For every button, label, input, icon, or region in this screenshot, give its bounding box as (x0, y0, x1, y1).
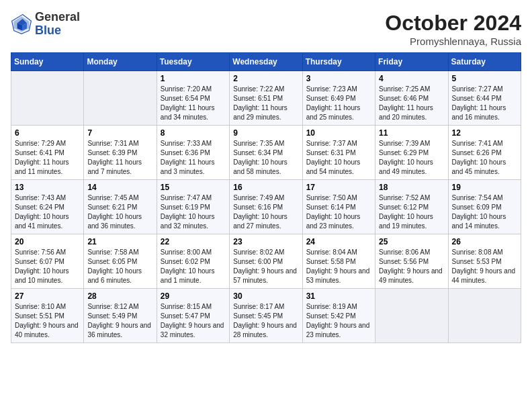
day-number: 26 (452, 237, 517, 246)
day-info: Sunrise: 8:15 AMSunset: 5:47 PMDaylight:… (161, 302, 226, 340)
day-number: 18 (379, 183, 444, 192)
weekday-header-thursday: Thursday (302, 53, 375, 71)
day-number: 17 (306, 183, 371, 192)
page-header: General Blue October 2024 Promyshlennaya… (11, 11, 521, 47)
day-number: 3 (306, 74, 371, 83)
calendar-cell: 25Sunrise: 8:06 AMSunset: 5:56 PMDayligh… (375, 234, 448, 289)
day-info: Sunrise: 7:35 AMSunset: 6:34 PMDaylight:… (233, 139, 298, 177)
calendar-cell: 27Sunrise: 8:10 AMSunset: 5:51 PMDayligh… (11, 289, 84, 343)
day-info: Sunrise: 7:47 AMSunset: 6:19 PMDaylight:… (161, 193, 226, 231)
calendar-cell: 13Sunrise: 7:43 AMSunset: 6:24 PMDayligh… (11, 180, 84, 234)
weekday-header-friday: Friday (375, 53, 448, 71)
calendar-cell: 10Sunrise: 7:37 AMSunset: 6:31 PMDayligh… (302, 126, 375, 180)
day-number: 31 (306, 291, 371, 301)
calendar-cell: 18Sunrise: 7:52 AMSunset: 6:12 PMDayligh… (375, 180, 448, 234)
day-number: 15 (161, 183, 226, 192)
calendar-cell: 11Sunrise: 7:39 AMSunset: 6:29 PMDayligh… (375, 126, 448, 180)
calendar-cell: 9Sunrise: 7:35 AMSunset: 6:34 PMDaylight… (230, 126, 302, 180)
day-number: 21 (87, 237, 152, 246)
calendar-cell: 5Sunrise: 7:27 AMSunset: 6:44 PMDaylight… (448, 71, 521, 126)
logo-general: General (35, 10, 80, 24)
calendar-cell: 3Sunrise: 7:23 AMSunset: 6:49 PMDaylight… (302, 71, 375, 126)
calendar-week-3: 13Sunrise: 7:43 AMSunset: 6:24 PMDayligh… (11, 180, 521, 234)
logo-text: General Blue (35, 11, 80, 38)
day-number: 28 (87, 291, 152, 301)
day-number: 30 (233, 291, 298, 301)
calendar-cell: 4Sunrise: 7:25 AMSunset: 6:46 PMDaylight… (375, 71, 448, 126)
day-info: Sunrise: 7:23 AMSunset: 6:49 PMDaylight:… (306, 85, 371, 122)
day-number: 1 (161, 74, 226, 83)
weekday-header-monday: Monday (84, 53, 157, 71)
weekday-header-tuesday: Tuesday (157, 53, 229, 71)
day-number: 9 (233, 128, 298, 138)
day-number: 4 (379, 74, 444, 83)
weekday-header-saturday: Saturday (448, 53, 521, 71)
day-number: 5 (452, 74, 517, 83)
calendar-cell: 23Sunrise: 8:02 AMSunset: 6:00 PMDayligh… (230, 234, 302, 289)
logo-blue: Blue (35, 24, 61, 37)
calendar-cell: 1Sunrise: 7:20 AMSunset: 6:54 PMDaylight… (157, 71, 229, 126)
calendar-cell: 22Sunrise: 8:00 AMSunset: 6:02 PMDayligh… (157, 234, 229, 289)
day-info: Sunrise: 7:52 AMSunset: 6:12 PMDaylight:… (379, 193, 444, 231)
calendar-cell: 17Sunrise: 7:50 AMSunset: 6:14 PMDayligh… (302, 180, 375, 234)
calendar-cell (11, 71, 84, 126)
calendar-week-4: 20Sunrise: 7:56 AMSunset: 6:07 PMDayligh… (11, 234, 521, 289)
day-number: 13 (15, 183, 80, 192)
day-info: Sunrise: 7:45 AMSunset: 6:21 PMDaylight:… (87, 193, 152, 231)
day-number: 16 (233, 183, 298, 192)
day-number: 12 (452, 128, 517, 138)
calendar-table: SundayMondayTuesdayWednesdayThursdayFrid… (11, 52, 521, 343)
day-info: Sunrise: 7:33 AMSunset: 6:36 PMDaylight:… (161, 139, 226, 177)
day-number: 6 (15, 128, 80, 138)
day-info: Sunrise: 7:27 AMSunset: 6:44 PMDaylight:… (452, 85, 517, 122)
calendar-header: SundayMondayTuesdayWednesdayThursdayFrid… (11, 53, 521, 71)
calendar-body: 1Sunrise: 7:20 AMSunset: 6:54 PMDaylight… (11, 71, 521, 343)
day-number: 11 (379, 128, 444, 138)
day-info: Sunrise: 8:08 AMSunset: 5:53 PMDaylight:… (452, 248, 517, 285)
day-number: 19 (452, 183, 517, 192)
calendar-cell: 12Sunrise: 7:41 AMSunset: 6:26 PMDayligh… (448, 126, 521, 180)
day-info: Sunrise: 7:29 AMSunset: 6:41 PMDaylight:… (15, 139, 80, 177)
day-info: Sunrise: 8:19 AMSunset: 5:42 PMDaylight:… (306, 302, 371, 340)
weekday-header-wednesday: Wednesday (230, 53, 302, 71)
day-info: Sunrise: 7:20 AMSunset: 6:54 PMDaylight:… (161, 85, 226, 122)
day-info: Sunrise: 7:37 AMSunset: 6:31 PMDaylight:… (306, 139, 371, 177)
calendar-week-5: 27Sunrise: 8:10 AMSunset: 5:51 PMDayligh… (11, 289, 521, 343)
logo: General Blue (11, 11, 80, 38)
calendar-cell: 31Sunrise: 8:19 AMSunset: 5:42 PMDayligh… (302, 289, 375, 343)
day-number: 2 (233, 74, 298, 83)
calendar-cell: 2Sunrise: 7:22 AMSunset: 6:51 PMDaylight… (230, 71, 302, 126)
calendar-cell: 19Sunrise: 7:54 AMSunset: 6:09 PMDayligh… (448, 180, 521, 234)
day-info: Sunrise: 8:02 AMSunset: 6:00 PMDaylight:… (233, 248, 298, 285)
logo-icon (11, 13, 32, 35)
calendar-cell: 20Sunrise: 7:56 AMSunset: 6:07 PMDayligh… (11, 234, 84, 289)
day-number: 25 (379, 237, 444, 246)
calendar-week-2: 6Sunrise: 7:29 AMSunset: 6:41 PMDaylight… (11, 126, 521, 180)
calendar-cell (84, 71, 157, 126)
day-info: Sunrise: 8:12 AMSunset: 5:49 PMDaylight:… (87, 302, 152, 340)
day-info: Sunrise: 7:56 AMSunset: 6:07 PMDaylight:… (15, 248, 80, 285)
day-info: Sunrise: 8:10 AMSunset: 5:51 PMDaylight:… (15, 302, 80, 340)
calendar-cell: 24Sunrise: 8:04 AMSunset: 5:58 PMDayligh… (302, 234, 375, 289)
day-number: 22 (161, 237, 226, 246)
month-title: October 2024 (385, 11, 521, 36)
day-number: 14 (87, 183, 152, 192)
location-subtitle: Promyshlennaya, Russia (385, 36, 521, 47)
calendar-cell: 15Sunrise: 7:47 AMSunset: 6:19 PMDayligh… (157, 180, 229, 234)
day-number: 10 (306, 128, 371, 138)
day-info: Sunrise: 7:54 AMSunset: 6:09 PMDaylight:… (452, 193, 517, 231)
day-number: 7 (87, 128, 152, 138)
day-info: Sunrise: 7:49 AMSunset: 6:16 PMDaylight:… (233, 193, 298, 231)
calendar-cell: 8Sunrise: 7:33 AMSunset: 6:36 PMDaylight… (157, 126, 229, 180)
calendar-cell: 14Sunrise: 7:45 AMSunset: 6:21 PMDayligh… (84, 180, 157, 234)
day-info: Sunrise: 7:50 AMSunset: 6:14 PMDaylight:… (306, 193, 371, 231)
calendar-cell: 6Sunrise: 7:29 AMSunset: 6:41 PMDaylight… (11, 126, 84, 180)
day-info: Sunrise: 7:31 AMSunset: 6:39 PMDaylight:… (87, 139, 152, 177)
calendar-cell: 26Sunrise: 8:08 AMSunset: 5:53 PMDayligh… (448, 234, 521, 289)
day-number: 29 (161, 291, 226, 301)
day-number: 24 (306, 237, 371, 246)
day-info: Sunrise: 8:00 AMSunset: 6:02 PMDaylight:… (161, 248, 226, 285)
day-info: Sunrise: 8:04 AMSunset: 5:58 PMDaylight:… (306, 248, 371, 285)
day-info: Sunrise: 7:58 AMSunset: 6:05 PMDaylight:… (87, 248, 152, 285)
calendar-cell (375, 289, 448, 343)
